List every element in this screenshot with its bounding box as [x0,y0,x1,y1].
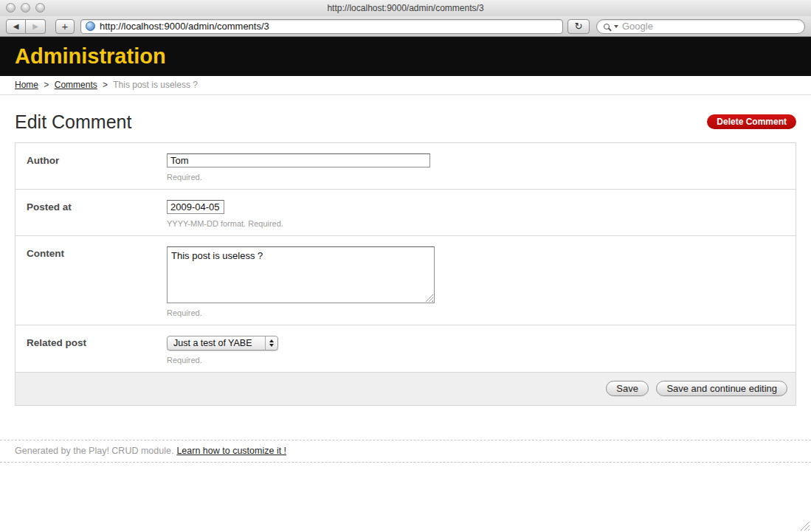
page-footer: Generated by the Play! CRUD module.Learn… [0,440,811,463]
footer-text: Generated by the Play! CRUD module. [15,446,173,456]
related-post-select[interactable]: Just a test of YABE [167,336,278,350]
page-title-row: Edit Comment Delete Comment [15,111,796,133]
author-help-text: Required. [167,173,430,182]
related-post-field-widget: Just a test of YABE Required. [167,336,278,365]
posted-at-field-row: Posted at YYYY-MM-DD format. Required. [15,190,796,236]
app-title: Administration [0,37,811,69]
related-post-field-row: Related post Just a test of YABE Require… [15,325,796,373]
breadcrumb-current: This post is useless ? [113,80,198,90]
refresh-button[interactable]: ↻ [567,19,590,34]
search-engine-chevron-icon [614,25,618,28]
history-nav-group: ◀ ▶ [6,19,46,34]
content-help-text: Required. [167,308,435,317]
related-post-selected-value: Just a test of YABE [168,338,265,348]
search-field[interactable] [596,19,805,34]
page-content: Administration Home > Comments > This po… [0,37,811,532]
save-and-continue-button[interactable]: Save and continue editing [656,381,787,396]
content-field-row: Content This post is useless ? Required. [15,236,796,325]
content-textarea[interactable]: This post is useless ? [167,246,435,303]
author-field-widget: Required. [167,153,430,182]
breadcrumb-comments-link[interactable]: Comments [55,80,97,90]
address-input[interactable] [100,21,558,32]
add-bookmark-button[interactable]: + [55,19,75,34]
address-bar[interactable] [80,19,563,34]
delete-comment-button[interactable]: Delete Comment [707,114,796,129]
posted-at-field-widget: YYYY-MM-DD format. Required. [167,200,283,228]
content-field-widget: This post is useless ? Required. [167,246,435,317]
breadcrumb-separator: > [103,80,108,90]
select-stepper-arrows-icon [265,336,277,350]
search-input[interactable] [622,21,798,32]
breadcrumb: Home > Comments > This post is useless ? [0,76,811,95]
save-button[interactable]: Save [606,381,649,396]
breadcrumb-home-link[interactable]: Home [15,80,38,90]
related-post-help-text: Required. [167,356,278,365]
posted-at-help-text: YYYY-MM-DD format. Required. [167,219,283,228]
page-title: Edit Comment [15,111,131,133]
window-resize-grip[interactable] [800,521,810,531]
customize-link[interactable]: Learn how to customize it ! [176,446,286,456]
back-button[interactable]: ◀ [6,19,26,34]
author-field-label: Author [15,153,167,182]
content-field-label: Content [15,246,167,317]
back-arrow-icon: ◀ [13,22,19,30]
posted-at-input[interactable] [167,200,224,214]
browser-toolbar: ◀ ▶ + ↻ [0,16,811,37]
forward-arrow-icon: ▶ [32,22,38,30]
related-post-field-label: Related post [15,336,167,365]
posted-at-field-label: Posted at [15,200,167,228]
breadcrumb-separator: > [44,80,49,90]
search-icon [604,24,610,30]
browser-window: http://localhost:9000/admin/comments/3 ◀… [0,0,811,532]
window-title: http://localhost:9000/admin/comments/3 [0,0,811,16]
admin-banner: Administration [0,37,811,76]
favicon-globe-icon [86,21,95,31]
forward-button[interactable]: ▶ [26,19,46,34]
author-input[interactable] [167,153,430,167]
window-titlebar: http://localhost:9000/admin/comments/3 [0,0,811,16]
author-field-row: Author Required. [15,143,796,190]
form-actions-bar: Save Save and continue editing [15,373,796,405]
edit-comment-form: Author Required. Posted at YYYY-MM-DD fo… [15,142,796,406]
